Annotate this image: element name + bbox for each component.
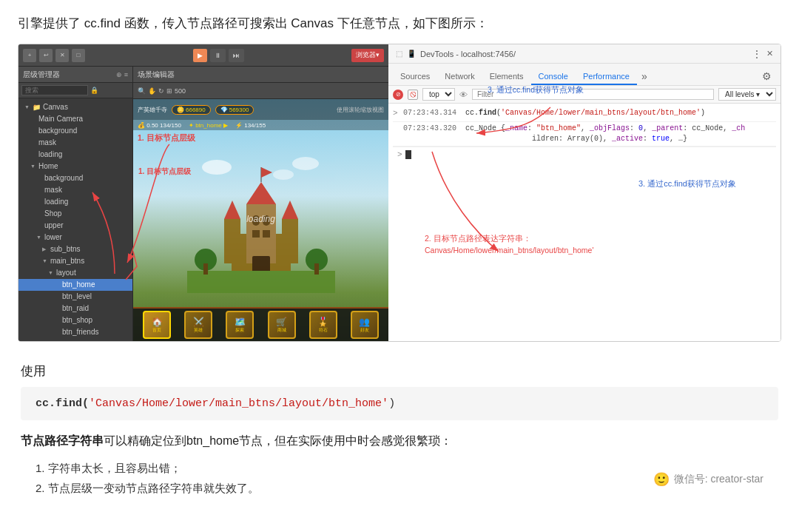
play-btn[interactable]: ▶ [193,49,207,62]
tree-item-layout[interactable]: ▼ layout [18,267,132,279]
obj-output-1: cc_Node {_name: "btn_home", _objFlags: 0… [465,124,745,144]
svg-rect-1 [246,204,276,263]
devtools-close-icon[interactable]: ✕ [766,49,773,58]
tab-network[interactable]: Network [437,69,482,85]
step-btn[interactable]: ⏭ [229,49,244,62]
page-wrapper: 引擎提供了 cc.find 函数，传入节点路径可搜索出 Canvas 下任意节点… [0,0,799,510]
subbtns-arrow: ▶ [42,246,48,253]
guild-btn-label: 符石 [319,327,328,334]
console-level-select[interactable]: All levels ▾ [718,88,776,101]
hierarchy-panel: 层级管理器 ⊕ ≡ 🔒 ▼ 📁 Canvas [18,67,133,341]
svg-rect-10 [263,230,270,238]
tree-item-mask1[interactable]: mask [18,137,132,149]
exp-text2: ⚡ 134/155 [235,122,266,129]
home-btn-icon: 🏠 [152,317,163,327]
list-item-2-text: 2. 节点层级一变动节点路径字符串就失效了。 [36,482,259,494]
loading-text: loading [246,214,275,224]
timestamp-1: 07:23:43.314 [403,108,462,118]
svg-rect-14 [203,263,208,275]
game-btn-shop2[interactable]: 🛒 商城 [268,311,296,339]
tab-console[interactable]: Console [531,69,576,85]
btnfriends-label: btn_friends [62,327,98,337]
tree-item-maincamera[interactable]: Main Camera [18,113,132,125]
player-info: 产英雄千寺 [138,106,167,114]
tree-item-btnshop[interactable]: btn_shop [18,314,132,326]
header-text: 引擎提供了 cc.find 函数，传入节点路径可搜索出 Canvas 下任意节点… [18,13,781,33]
tree-item-bg1[interactable]: background [18,125,132,137]
tab-performance[interactable]: Performance [576,69,637,85]
svg-point-20 [292,157,319,170]
svg-marker-6 [282,201,298,219]
hierarchy-tree: ▼ 📁 Canvas Main Camera background [18,98,132,341]
pause-btn[interactable]: ⏸ [210,49,226,62]
game-btn-guild[interactable]: 🎖️ 符石 [309,311,337,339]
devtools-settings-icon[interactable]: ⚙ [758,67,776,85]
cocos-scene-container: 层级管理器 ⊕ ≡ 🔒 ▼ 📁 Canvas [18,67,388,341]
game-btn-hero[interactable]: ⚔️ 英雄 [184,311,212,339]
layout-arrow: ▼ [48,269,54,277]
tree-item-btnhome[interactable]: btn_home [18,279,132,291]
scene-panel: 场景编辑器 🔍 ✋ ↻ ⊞ 500 产英雄千寺 [133,67,388,341]
mask1-label: mask [38,138,56,148]
scene-viewport: 产英雄千寺 🪙 666890 💎 569300 [133,99,388,341]
toolbar-btn-1[interactable]: + [23,49,36,62]
toolbar-btn-3[interactable]: ✕ [55,49,69,62]
tree-item-mask2[interactable]: mask [18,184,132,196]
guild-btn-icon: 🎖️ [317,317,328,327]
loading1-label: loading [38,149,62,160]
console-filter-input[interactable] [472,89,714,100]
tree-item-loading2[interactable]: loading [18,196,132,208]
tab-elements[interactable]: Elements [482,69,531,85]
shop-btn-icon: 🛒 [276,317,287,327]
hierarchy-icons: ⊕ ≡ [116,71,128,78]
console-stop-button[interactable]: ⊘ [393,90,403,100]
toolbar-btn-2[interactable]: ↩ [39,49,53,62]
lock-icon: 🔒 [90,87,98,94]
hierarchy-search-input[interactable] [21,85,88,95]
tab-more[interactable]: » [637,67,652,85]
tree-item-btnfriends[interactable]: btn_friends [18,326,132,338]
code-block: cc.find('Canvas/Home/lower/main_btns/lay… [21,387,778,420]
tree-item-btnraid[interactable]: btn_raid [18,303,132,314]
tab-sources[interactable]: Sources [393,69,437,85]
tree-item-loading1[interactable]: loading [18,149,132,161]
tree-item-shop[interactable]: Shop [18,208,132,220]
tree-item-lower[interactable]: ▼ lower [18,232,132,243]
console-clear-button[interactable]: 🚫 [408,90,418,100]
subbtns-label: sub_btns [50,244,81,255]
tree-item-bg2[interactable]: background [18,172,132,184]
btn-home-indicator: ✦ btn_home ▶ [189,122,228,129]
gem-amount: 569300 [229,107,249,113]
canvas-arrow: ▼ [24,104,30,111]
home-arrow: ▼ [30,163,36,170]
gem-resource: 💎 569300 [215,105,254,115]
val-active: true [652,135,670,143]
hierarchy-label: 层级管理器 [23,70,60,80]
devtools-device-icon: 📱 [407,50,416,58]
tree-item-mainbtns[interactable]: ▼ main_btns [18,255,132,267]
tree-item-subbtns[interactable]: ▶ sub_btns [18,243,132,255]
key-parent: _parent [652,124,683,132]
game-btn-explore[interactable]: 🗺️ 探索 [226,311,254,339]
console-prompt: > [393,147,776,162]
svg-point-21 [273,169,294,180]
input-arrow-1: > [393,108,400,119]
tree-item-btnlevel[interactable]: btn_level [18,291,132,303]
eye-icon[interactable]: 👁 [459,90,468,99]
tree-item-home[interactable]: ▼ Home [18,161,132,172]
cocos-toolbar: + ↩ ✕ □ ▶ ⏸ ⏭ 浏览器▾ [18,44,388,67]
exp-bar: 💰 0.50 134/150 ✦ btn_home ▶ ⚡ 134/155 [133,120,388,130]
tree-item-canvas[interactable]: ▼ 📁 Canvas [18,101,132,113]
home-label: Home [38,161,58,172]
toolbar-btn-4[interactable]: □ [72,49,85,62]
prompt-arrow-icon: > [397,150,402,159]
scene-toolbar: 🔍 ✋ ↻ ⊞ 500 [133,83,388,99]
game-btn-home[interactable]: 🏠 首页 [143,311,171,339]
scene-label: 场景编辑器 [138,70,175,80]
console-context-select[interactable]: top [422,88,455,101]
tree-item-upper[interactable]: upper [18,220,132,232]
tab-console-label: Console [539,72,568,81]
game-btn-friend[interactable]: 👥 好友 [351,311,379,339]
hero-btn-label: 英雄 [194,327,203,334]
preview-btn[interactable]: 浏览器▾ [351,49,384,62]
